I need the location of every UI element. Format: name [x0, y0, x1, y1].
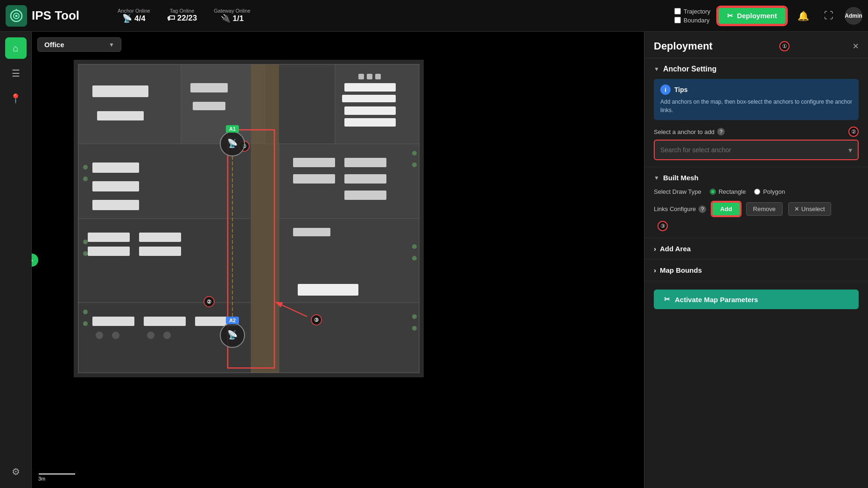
scale-line — [38, 473, 76, 475]
anchor-setting-label: Anchor Setting — [663, 65, 717, 73]
svg-rect-36 — [139, 233, 181, 242]
boundary-checkbox[interactable] — [674, 17, 681, 23]
polygon-radio-label[interactable]: Polygon — [754, 188, 785, 195]
sidebar-item-home[interactable]: ⌂ — [5, 37, 27, 59]
svg-rect-32 — [78, 219, 251, 303]
svg-point-58 — [112, 332, 119, 339]
sidebar-item-location[interactable]: 📍 — [5, 88, 27, 109]
svg-rect-25 — [92, 181, 139, 191]
select-anchor-label: Select a anchor to add ? ② — [654, 127, 859, 137]
svg-text:②: ② — [207, 299, 211, 304]
svg-point-46 — [83, 310, 88, 314]
anchor-setting-header[interactable]: ▼ Anchor Setting — [654, 65, 859, 73]
svg-rect-20 — [367, 74, 372, 79]
svg-point-60 — [163, 332, 171, 339]
header: IPS Tool Anchor Online 📡 4/4 Tag Online … — [0, 0, 868, 32]
svg-point-48 — [412, 151, 417, 156]
gateway-online-label: Gateway Online — [214, 8, 250, 14]
activate-icon: ✂ — [664, 295, 670, 304]
logo-icon — [6, 5, 27, 27]
svg-rect-38 — [293, 228, 330, 236]
rectangle-radio[interactable] — [710, 189, 716, 195]
links-info-icon: ? — [699, 205, 706, 213]
tips-box: i Tips Add anchors on the map, then box-… — [654, 79, 859, 120]
panel-title: Deployment — [654, 40, 713, 52]
deployment-label: Deployment — [737, 12, 777, 20]
logo-area: IPS Tool — [6, 5, 99, 27]
anchor-online-value: 📡 4/4 — [122, 14, 146, 23]
svg-rect-31 — [344, 191, 386, 200]
boundary-label: Boundary — [684, 17, 710, 24]
location-icon: 📍 — [10, 93, 21, 104]
trajectory-checkbox[interactable] — [674, 8, 681, 14]
sidebar-item-settings[interactable]: ⚙ — [5, 461, 27, 482]
tag-icon: 🏷 — [167, 14, 175, 23]
links-configure-row: Links Configure ? Add Remove ✕ Unselect — [654, 202, 859, 216]
tag-online-label: Tag Online — [170, 8, 195, 14]
sidebar-item-list[interactable]: ☰ — [5, 63, 27, 84]
header-stats: Anchor Online 📡 4/4 Tag Online 🏷 22/23 G… — [118, 8, 251, 23]
svg-point-43 — [83, 177, 88, 181]
polygon-radio[interactable] — [754, 189, 760, 195]
svg-rect-21 — [375, 74, 381, 79]
collapse-panel-button[interactable]: › — [32, 254, 38, 267]
svg-rect-35 — [88, 247, 130, 256]
notification-button[interactable]: 🔔 — [794, 8, 813, 23]
chevron-right-icon: › — [32, 256, 33, 264]
anchor-icon: 📡 — [122, 14, 132, 23]
svg-rect-15 — [344, 83, 396, 92]
svg-point-2 — [15, 14, 18, 17]
deployment-button[interactable]: ✂ Deployment — [718, 7, 786, 25]
tips-header: i Tips — [660, 85, 852, 95]
home-icon: ⌂ — [13, 43, 18, 54]
svg-point-53 — [412, 326, 417, 331]
svg-rect-11 — [92, 85, 148, 97]
add-area-section[interactable]: › Add Area — [644, 238, 868, 260]
admin-badge: Admin — [845, 7, 862, 25]
search-anchor-input[interactable] — [660, 146, 848, 154]
svg-rect-18 — [344, 118, 396, 127]
map-area[interactable]: Office ▼ › — [32, 32, 644, 488]
svg-rect-19 — [358, 74, 364, 79]
fullscreen-button[interactable]: ⛶ — [820, 8, 837, 23]
anchor-toggle-icon: ▼ — [654, 66, 659, 72]
add-button[interactable]: Add — [712, 202, 740, 216]
rectangle-radio-label[interactable]: Rectangle — [710, 188, 746, 195]
floor-selector[interactable]: Office ▼ — [37, 37, 121, 52]
svg-rect-24 — [92, 163, 139, 173]
svg-rect-6 — [78, 64, 181, 144]
anchor-online-label: Anchor Online — [118, 8, 150, 14]
search-anchor-input-wrap[interactable]: ▾ — [654, 140, 859, 160]
unselect-button[interactable]: ✕ Unselect — [788, 202, 831, 216]
gear-icon: ⚙ — [12, 466, 20, 477]
built-mesh-header[interactable]: ▼ Built Mesh — [654, 174, 859, 182]
deployment-icon: ✂ — [727, 12, 733, 20]
anchor-online-stat: Anchor Online 📡 4/4 — [118, 8, 150, 23]
svg-rect-26 — [92, 200, 139, 210]
svg-point-52 — [412, 314, 417, 319]
map-bounds-toggle-icon: › — [654, 266, 656, 274]
svg-rect-55 — [144, 317, 186, 326]
remove-button[interactable]: Remove — [746, 202, 783, 216]
svg-rect-14 — [193, 102, 225, 110]
draw-type-group: Select Draw Type Rectangle Polygon — [654, 188, 859, 195]
mesh-annotation-row: ③ — [654, 221, 859, 231]
boundary-checkbox-label[interactable]: Boundary — [674, 17, 710, 24]
activate-map-params-button[interactable]: ✂ Activate Map Parameters — [654, 290, 859, 309]
trajectory-checkbox-label[interactable]: Trajectory — [674, 8, 710, 15]
svg-rect-34 — [88, 233, 130, 242]
panel-header: Deployment ① × — [644, 32, 868, 58]
svg-rect-17 — [344, 106, 396, 115]
svg-point-49 — [412, 163, 417, 167]
annotation-1: ① — [779, 41, 790, 51]
tips-info-icon: i — [660, 85, 671, 95]
map-bounds-section[interactable]: › Map Bounds — [644, 260, 868, 281]
annotation-3-panel: ③ — [658, 221, 668, 231]
scale-bar: 3m — [38, 473, 76, 481]
svg-point-59 — [147, 332, 154, 339]
add-area-label: Add Area — [660, 245, 691, 253]
gateway-icon: 🔌 — [221, 14, 231, 23]
close-panel-button[interactable]: × — [853, 40, 859, 52]
trajectory-label: Trajectory — [684, 8, 710, 15]
links-configure-label: Links Configure ? — [654, 205, 706, 213]
